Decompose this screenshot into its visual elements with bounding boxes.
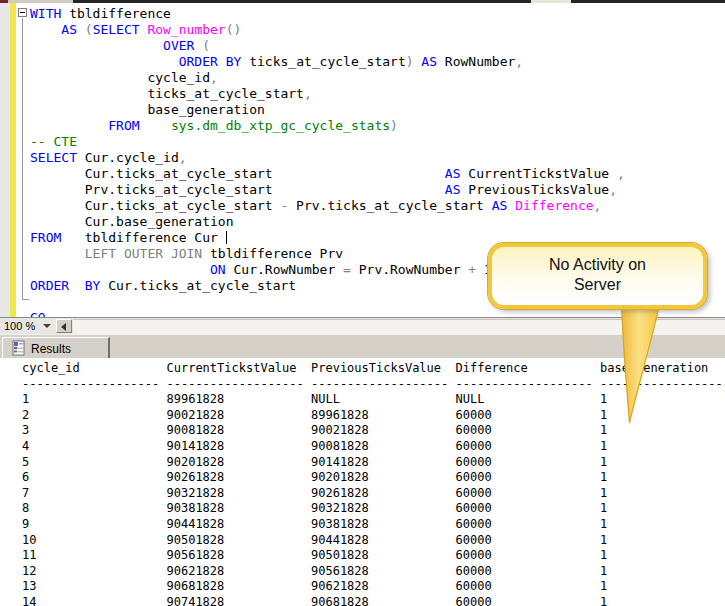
code-line: base_generation (30, 102, 625, 118)
code-line: Cur.ticks_at_cycle_start AS CurrentTicks… (30, 166, 625, 182)
scroll-left-button[interactable] (56, 319, 72, 333)
scroll-left-icon (61, 323, 66, 331)
indicator-margin (0, 3, 10, 317)
code-line: cycle_id, (30, 70, 625, 86)
tab-results-label: Results (31, 342, 71, 356)
code-line: GO (30, 310, 625, 317)
minus-icon (20, 12, 25, 13)
fold-collapse-box[interactable] (18, 8, 27, 17)
results-pane-header: Results (0, 334, 725, 358)
code-line: SELECT Cur.cycle_id, (30, 150, 625, 166)
ssms-window: WITH tbldifference AS (SELECT Row_number… (0, 0, 725, 606)
results-text: cycle_id CurrentTickstValue PreviousTick… (22, 361, 725, 606)
code-line: Cur.ticks_at_cycle_start - Prv.ticks_at_… (30, 198, 625, 214)
chevron-down-icon (43, 324, 51, 328)
code-line: OVER ( (30, 38, 625, 54)
callout-text-line2: Server (492, 275, 703, 295)
code-line: WITH tbldifference (30, 6, 625, 22)
code-line: FROM sys.dm_db_xtp_gc_cycle_stats) (30, 118, 625, 134)
code-line: -- CTE (30, 134, 625, 150)
change-tracking-bar (10, 3, 16, 317)
code-line: AS (SELECT Row_number() (30, 22, 625, 38)
results-output[interactable]: cycle_id CurrentTickstValue PreviousTick… (0, 358, 725, 606)
results-grid-icon (11, 340, 27, 356)
zoom-level-value: 100 % (4, 320, 35, 332)
callout-bubble: No Activity on Server (488, 243, 707, 309)
tab-results[interactable]: Results (2, 337, 110, 358)
horizontal-scrollbar-track[interactable] (73, 319, 725, 334)
zoom-level-select[interactable]: 100 % (1, 319, 56, 333)
text-cursor (226, 231, 227, 244)
callout-text: No Activity on Server (492, 255, 703, 295)
code-line: ORDER BY ticks_at_cycle_start) AS RowNum… (30, 54, 625, 70)
fold-region-end-tick (22, 299, 29, 300)
code-line: Prv.ticks_at_cycle_start AS PreviousTick… (30, 182, 625, 198)
code-line: Cur.base_generation (30, 214, 625, 230)
editor-bottom-strip: 100 % (0, 317, 725, 334)
fold-region-line (22, 18, 23, 300)
code-line: ticks_at_cycle_start, (30, 86, 625, 102)
callout-text-line1: No Activity on (492, 255, 703, 275)
